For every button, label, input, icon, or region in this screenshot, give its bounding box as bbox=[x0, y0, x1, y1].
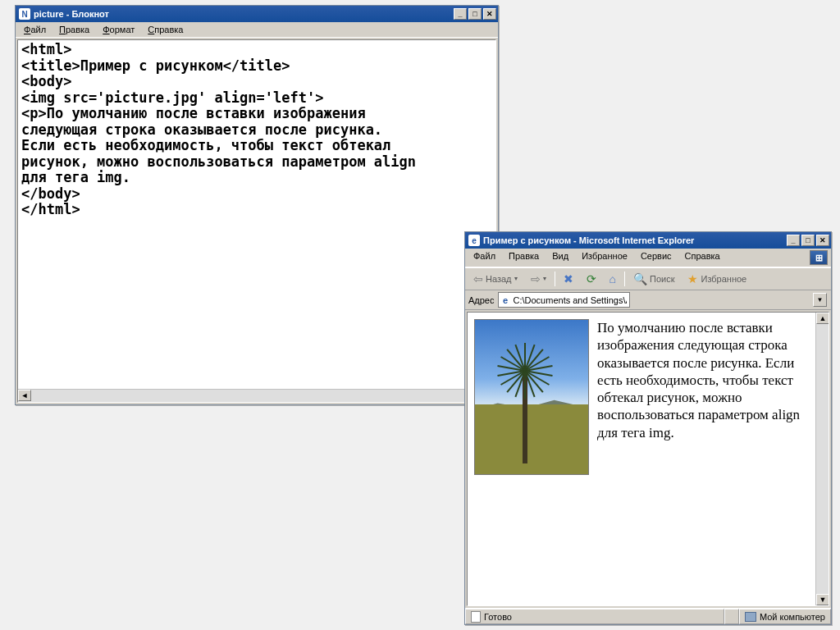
status-ready-label: Готово bbox=[484, 612, 512, 622]
home-button[interactable]: ⌂ bbox=[605, 271, 621, 287]
search-label: Поиск bbox=[650, 274, 674, 284]
ie-titlebar[interactable]: e Пример с рисунком - Microsoft Internet… bbox=[465, 232, 831, 249]
refresh-icon: ⟳ bbox=[587, 273, 596, 285]
refresh-button[interactable]: ⟳ bbox=[582, 271, 601, 287]
ie-viewport[interactable]: По умолчанию после вставки изображения с… bbox=[467, 312, 829, 606]
content-text: По умолчанию после вставки изображения с… bbox=[597, 320, 800, 441]
status-blank bbox=[724, 609, 739, 624]
maximize-button[interactable]: □ bbox=[801, 235, 815, 246]
menu-file[interactable]: Файл bbox=[468, 250, 500, 265]
status-zone: Мой компьютер bbox=[739, 609, 831, 624]
ie-statusbar: Готово Мой компьютер bbox=[465, 608, 831, 624]
chevron-down-icon: ▾ bbox=[543, 276, 546, 282]
notepad-window: N picture - Блокнот _ □ ✕ Файл Правка Фо… bbox=[15, 5, 499, 405]
menu-format[interactable]: Формат bbox=[98, 24, 139, 35]
minimize-button[interactable]: _ bbox=[454, 8, 467, 20]
content-image bbox=[474, 319, 589, 475]
menu-help[interactable]: Справка bbox=[143, 24, 188, 35]
address-input[interactable] bbox=[498, 292, 630, 308]
favorites-button[interactable]: ★ Избранное bbox=[682, 271, 751, 287]
search-button[interactable]: 🔍 Поиск bbox=[628, 271, 679, 287]
notepad-menubar: Файл Правка Формат Справка bbox=[16, 22, 498, 38]
status-zone-label: Мой компьютер bbox=[760, 612, 825, 622]
vertical-scrollbar[interactable]: ▲ ▼ bbox=[815, 313, 829, 605]
search-icon: 🔍 bbox=[633, 273, 647, 285]
address-label: Адрес bbox=[468, 295, 495, 305]
notepad-title: picture - Блокнот bbox=[34, 9, 454, 19]
notepad-titlebar[interactable]: N picture - Блокнот _ □ ✕ bbox=[16, 6, 498, 22]
maximize-button[interactable]: □ bbox=[468, 8, 482, 20]
back-button[interactable]: ⇦ Назад ▾ bbox=[468, 271, 523, 287]
stop-button[interactable]: ✖ bbox=[559, 271, 578, 287]
ie-title: Пример с рисунком - Microsoft Internet E… bbox=[483, 235, 787, 245]
menu-tools[interactable]: Сервис bbox=[636, 250, 677, 265]
ie-logo-icon: ⊞ bbox=[810, 250, 828, 265]
forward-button[interactable]: ⇨ ▾ bbox=[526, 271, 551, 287]
close-button[interactable]: ✕ bbox=[483, 8, 496, 20]
address-dropdown-button[interactable]: ▼ bbox=[813, 293, 827, 307]
stop-icon: ✖ bbox=[564, 273, 573, 285]
menu-file[interactable]: Файл bbox=[19, 24, 51, 35]
horizontal-scrollbar[interactable]: ◄ ► bbox=[18, 389, 482, 402]
menu-help[interactable]: Справка bbox=[680, 250, 725, 265]
scroll-left-button[interactable]: ◄ bbox=[18, 390, 31, 401]
chevron-down-icon: ▾ bbox=[514, 276, 518, 282]
notepad-editor[interactable]: <html> <title>Пример с рисунком</title> … bbox=[17, 39, 496, 403]
ie-toolbar: ⇦ Назад ▾ ⇨ ▾ ✖ ⟳ ⌂ 🔍 Поиск ★ Избранное bbox=[465, 267, 831, 290]
document-icon bbox=[471, 611, 481, 623]
address-field-wrap: e ▼ bbox=[498, 292, 829, 308]
scroll-up-button[interactable]: ▲ bbox=[816, 313, 829, 324]
menu-edit[interactable]: Правка bbox=[54, 24, 94, 35]
home-icon: ⌂ bbox=[609, 273, 616, 285]
scroll-down-button[interactable]: ▼ bbox=[816, 594, 829, 605]
back-label: Назад bbox=[486, 274, 512, 284]
menu-edit[interactable]: Правка bbox=[504, 250, 544, 265]
back-arrow-icon: ⇦ bbox=[473, 273, 483, 285]
ie-window: e Пример с рисунком - Microsoft Internet… bbox=[464, 231, 832, 625]
toolbar-separator bbox=[555, 272, 555, 286]
minimize-button[interactable]: _ bbox=[787, 235, 800, 246]
page-icon: e bbox=[500, 294, 511, 305]
star-icon: ★ bbox=[687, 273, 698, 285]
status-ready: Готово bbox=[465, 609, 724, 624]
toolbar-separator bbox=[624, 272, 625, 286]
address-bar: Адрес e ▼ bbox=[465, 290, 831, 310]
favorites-label: Избранное bbox=[701, 274, 746, 284]
computer-icon bbox=[745, 612, 756, 622]
ie-app-icon: e bbox=[468, 235, 480, 246]
close-button[interactable]: ✕ bbox=[816, 235, 829, 246]
menu-view[interactable]: Вид bbox=[547, 250, 573, 265]
forward-arrow-icon: ⇨ bbox=[531, 273, 541, 285]
notepad-app-icon: N bbox=[19, 8, 30, 20]
menu-fav[interactable]: Избранное bbox=[577, 250, 632, 265]
notepad-text[interactable]: <html> <title>Пример с рисунком</title> … bbox=[18, 40, 495, 220]
ie-menubar: Файл Правка Вид Избранное Сервис Справка… bbox=[465, 249, 831, 267]
